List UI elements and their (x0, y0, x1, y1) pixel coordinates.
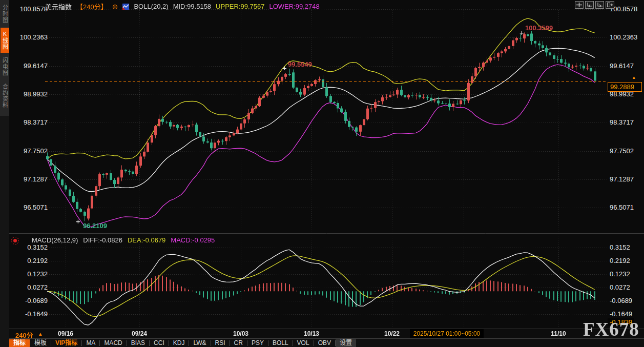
x-axis-scale-right-icon[interactable] (595, 1, 604, 9)
boll-indicator-label: BOLL(20,2) (134, 3, 168, 10)
sidebar-item-active[interactable]: K线图 (1, 28, 9, 53)
macd-header: MACD(26,12,9) DIFF:-0.0826 DEA:-0.0679 M… (32, 236, 215, 244)
x-axis-date-label: 10/03 (233, 330, 248, 337)
macd-macd-value: MACD:-0.0295 (171, 236, 215, 244)
fx678-watermark: FX678 (583, 318, 639, 340)
chart-canvas[interactable] (0, 0, 644, 347)
indicator-settings-icon[interactable] (11, 237, 19, 244)
period-high-label: 100.3599 (525, 24, 553, 32)
sidebar-item-tab[interactable]: 合约资料 (1, 80, 9, 111)
toolbar-button-VIPxx[interactable]: VIP指标 (51, 339, 81, 347)
pan-exit-icon[interactable] (606, 1, 614, 9)
indicator-toolbar: 指标模板VIP指标MAMACDBIASCCIKDJLW&RSICRPSYBOLL… (0, 338, 644, 347)
toolbar-button-RSI[interactable]: RSI (211, 339, 230, 347)
current-price-box: 99.2889 (608, 82, 642, 92)
x-axis-date-label: 10/13 (304, 330, 319, 337)
crosshair-tool-icon[interactable] (575, 1, 584, 9)
toolbar-button-CCI[interactable]: CCI (150, 339, 169, 347)
x-axis-date-label: 10/22 (384, 330, 400, 337)
toolbar-button-xx[interactable]: 指标 (9, 339, 30, 347)
swing-high-cross-icon: + (282, 66, 287, 71)
period-high-cross-icon: + (520, 30, 524, 35)
price-marker-arrow-icon: ▲ (632, 75, 636, 80)
x-axis-date-label: 11/10 (551, 330, 566, 337)
macd-dea-value: DEA:-0.0679 (128, 236, 165, 244)
toolbar-button-MA[interactable]: MA (82, 339, 99, 347)
toolbar-button-VOL[interactable]: VOL (293, 339, 314, 347)
x-axis-scale-left-icon[interactable] (585, 1, 594, 9)
toolbar-button-KDJ[interactable]: KDJ (169, 339, 189, 347)
chart-tool-icons (575, 1, 614, 9)
toolbar-button-BIAS[interactable]: BIAS (127, 339, 149, 347)
add-indicator-icon[interactable]: ⊕ (112, 4, 118, 10)
toolbar-button-xx[interactable]: 模板 (30, 339, 51, 347)
sidebar-item-tab[interactable]: 分时图 (1, 2, 9, 26)
mini-chart-icon (122, 4, 129, 10)
boll-upper-value: UPPER:99.7567 (216, 3, 264, 10)
macd-title: MACD(26,12,9) (32, 236, 78, 244)
hovered-bar-time-box: 2025/10/27 01:00~05:00 — (410, 329, 484, 338)
x-axis-date-label: 09/16 (58, 330, 73, 337)
toolbar-button-OBV[interactable]: OBV (314, 339, 335, 347)
boll-mid-value: MID:99.5158 (173, 3, 211, 10)
toolbar-button-BOLL[interactable]: BOLL (268, 339, 293, 347)
period-low-cross-icon: + (76, 219, 80, 224)
toolbar-button-CR[interactable]: CR (230, 339, 247, 347)
sidebar: 分时图K线图闪电图合约资料 (0, 0, 9, 347)
boll-lower-value: LOWER:99.2748 (269, 3, 320, 10)
macd-diff-value: DIFF:-0.0826 (83, 236, 122, 244)
toolbar-button-MACD[interactable]: MACD (100, 339, 126, 347)
symbol-title: 美元指数 (45, 2, 72, 11)
chart-header: 美元指数 【240分】 ⊕ BOLL(20,2) MID:99.5158 UPP… (45, 2, 320, 11)
swing-high-label: 99.5549 (288, 60, 312, 68)
toolbar-button-xx[interactable]: 设置 (336, 339, 356, 347)
period-label: 【240分】 (76, 2, 108, 11)
trading-chart-app: 分时图K线图闪电图合约资料 美元指数 【240分】 ⊕ BOLL(20,2) M… (0, 0, 644, 347)
x-axis-date-label: 09/24 (132, 330, 147, 337)
period-up-arrow-icon[interactable]: ▲ (38, 331, 43, 337)
sidebar-item-tab[interactable]: 闪电图 (1, 54, 9, 79)
x-axis-strip: 240分 ▲ 09/1609/2410/0310/1310/2211/10 20… (0, 328, 644, 339)
toolbar-button-PSY[interactable]: PSY (247, 339, 268, 347)
sidebar-items: 分时图K线图闪电图合约资料 (0, 0, 9, 116)
toolbar-button-LWx[interactable]: LW& (189, 339, 210, 347)
period-low-label: 96.2109 (83, 222, 107, 230)
